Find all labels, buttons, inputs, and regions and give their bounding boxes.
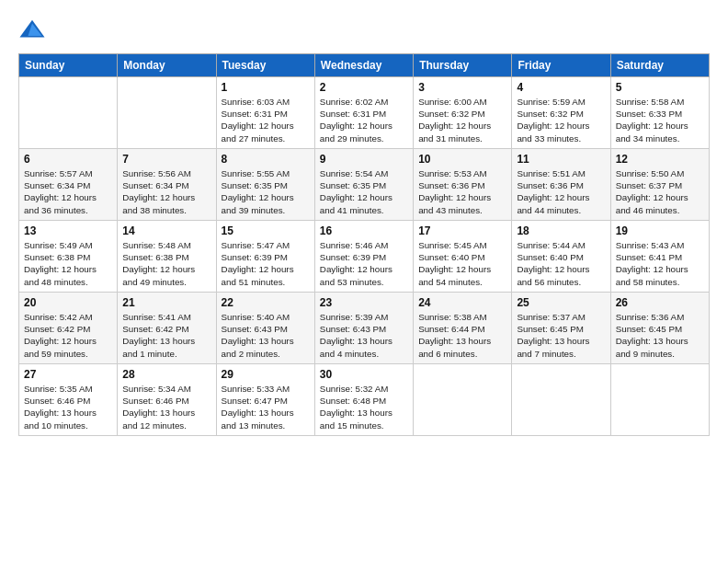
calendar-cell: 18Sunrise: 5:44 AM Sunset: 6:40 PM Dayli…	[512, 221, 610, 293]
day-info: Sunrise: 5:53 AM Sunset: 6:36 PM Dayligh…	[418, 167, 506, 216]
weekday-header-thursday: Thursday	[414, 54, 512, 77]
calendar-cell: 30Sunrise: 5:32 AM Sunset: 6:48 PM Dayli…	[314, 364, 413, 436]
day-info: Sunrise: 5:58 AM Sunset: 6:33 PM Dayligh…	[616, 96, 704, 144]
header	[18, 17, 710, 44]
week-row-1: 1Sunrise: 6:03 AM Sunset: 6:31 PM Daylig…	[19, 77, 710, 149]
day-number: 15	[222, 224, 310, 237]
day-info: Sunrise: 5:42 AM Sunset: 6:42 PM Dayligh…	[24, 311, 112, 360]
calendar-cell: 1Sunrise: 6:03 AM Sunset: 6:31 PM Daylig…	[216, 77, 314, 149]
week-row-5: 27Sunrise: 5:35 AM Sunset: 6:46 PM Dayli…	[19, 364, 710, 436]
day-info: Sunrise: 5:56 AM Sunset: 6:34 PM Dayligh…	[122, 167, 210, 216]
day-info: Sunrise: 6:00 AM Sunset: 6:32 PM Dayligh…	[418, 96, 506, 144]
calendar-cell: 27Sunrise: 5:35 AM Sunset: 6:46 PM Dayli…	[19, 364, 118, 436]
day-info: Sunrise: 5:55 AM Sunset: 6:35 PM Dayligh…	[222, 167, 310, 216]
calendar-cell	[19, 77, 118, 149]
day-number: 18	[517, 224, 605, 237]
day-info: Sunrise: 5:47 AM Sunset: 6:39 PM Dayligh…	[222, 239, 310, 288]
logo-icon	[18, 17, 46, 44]
day-number: 29	[222, 368, 310, 381]
day-number: 28	[122, 368, 210, 381]
day-number: 25	[517, 296, 605, 309]
weekday-header-tuesday: Tuesday	[216, 54, 314, 77]
calendar-cell: 12Sunrise: 5:50 AM Sunset: 6:37 PM Dayli…	[610, 149, 709, 221]
day-number: 11	[517, 153, 605, 166]
calendar-cell: 22Sunrise: 5:40 AM Sunset: 6:43 PM Dayli…	[216, 293, 314, 364]
day-number: 20	[24, 296, 112, 309]
calendar-cell: 16Sunrise: 5:46 AM Sunset: 6:39 PM Dayli…	[314, 221, 413, 293]
day-info: Sunrise: 5:41 AM Sunset: 6:42 PM Dayligh…	[122, 311, 210, 360]
day-info: Sunrise: 5:51 AM Sunset: 6:36 PM Dayligh…	[517, 167, 605, 216]
day-info: Sunrise: 5:57 AM Sunset: 6:34 PM Dayligh…	[24, 167, 112, 216]
calendar-cell	[414, 364, 512, 436]
calendar-cell: 20Sunrise: 5:42 AM Sunset: 6:42 PM Dayli…	[19, 293, 118, 364]
day-info: Sunrise: 5:32 AM Sunset: 6:48 PM Dayligh…	[320, 383, 408, 431]
calendar-cell: 29Sunrise: 5:33 AM Sunset: 6:47 PM Dayli…	[216, 364, 314, 436]
day-info: Sunrise: 5:33 AM Sunset: 6:47 PM Dayligh…	[222, 383, 310, 431]
day-number: 17	[418, 224, 506, 237]
calendar-cell: 17Sunrise: 5:45 AM Sunset: 6:40 PM Dayli…	[414, 221, 512, 293]
week-row-4: 20Sunrise: 5:42 AM Sunset: 6:42 PM Dayli…	[19, 293, 710, 364]
day-number: 1	[222, 81, 310, 94]
calendar-cell	[118, 77, 216, 149]
day-number: 22	[222, 296, 310, 309]
day-number: 12	[616, 153, 704, 166]
calendar-cell: 4Sunrise: 5:59 AM Sunset: 6:32 PM Daylig…	[512, 77, 610, 149]
calendar-cell: 28Sunrise: 5:34 AM Sunset: 6:46 PM Dayli…	[118, 364, 216, 436]
calendar-cell: 6Sunrise: 5:57 AM Sunset: 6:34 PM Daylig…	[19, 149, 118, 221]
day-info: Sunrise: 5:35 AM Sunset: 6:46 PM Dayligh…	[24, 383, 112, 431]
day-number: 3	[418, 81, 506, 94]
day-info: Sunrise: 5:37 AM Sunset: 6:45 PM Dayligh…	[517, 311, 605, 360]
day-number: 7	[122, 153, 210, 166]
day-info: Sunrise: 5:50 AM Sunset: 6:37 PM Dayligh…	[616, 167, 704, 216]
weekday-header-monday: Monday	[118, 54, 216, 77]
calendar-cell: 19Sunrise: 5:43 AM Sunset: 6:41 PM Dayli…	[610, 221, 709, 293]
day-info: Sunrise: 6:02 AM Sunset: 6:31 PM Dayligh…	[320, 96, 408, 144]
day-info: Sunrise: 6:03 AM Sunset: 6:31 PM Dayligh…	[222, 96, 310, 144]
calendar-cell: 14Sunrise: 5:48 AM Sunset: 6:38 PM Dayli…	[118, 221, 216, 293]
calendar-table: SundayMondayTuesdayWednesdayThursdayFrid…	[18, 53, 710, 436]
day-number: 4	[517, 81, 605, 94]
calendar-cell	[610, 364, 709, 436]
day-number: 13	[24, 224, 112, 237]
day-info: Sunrise: 5:45 AM Sunset: 6:40 PM Dayligh…	[418, 239, 506, 288]
day-info: Sunrise: 5:39 AM Sunset: 6:43 PM Dayligh…	[320, 311, 408, 360]
day-info: Sunrise: 5:34 AM Sunset: 6:46 PM Dayligh…	[122, 383, 210, 431]
calendar-cell: 15Sunrise: 5:47 AM Sunset: 6:39 PM Dayli…	[216, 221, 314, 293]
weekday-header-friday: Friday	[512, 54, 610, 77]
calendar-cell: 21Sunrise: 5:41 AM Sunset: 6:42 PM Dayli…	[118, 293, 216, 364]
weekday-header-saturday: Saturday	[610, 54, 709, 77]
calendar-cell: 8Sunrise: 5:55 AM Sunset: 6:35 PM Daylig…	[216, 149, 314, 221]
calendar-cell: 24Sunrise: 5:38 AM Sunset: 6:44 PM Dayli…	[414, 293, 512, 364]
day-info: Sunrise: 5:43 AM Sunset: 6:41 PM Dayligh…	[616, 239, 704, 288]
day-number: 23	[320, 296, 408, 309]
logo	[18, 17, 50, 44]
day-info: Sunrise: 5:48 AM Sunset: 6:38 PM Dayligh…	[122, 239, 210, 288]
day-info: Sunrise: 5:46 AM Sunset: 6:39 PM Dayligh…	[320, 239, 408, 288]
day-info: Sunrise: 5:36 AM Sunset: 6:45 PM Dayligh…	[616, 311, 704, 360]
day-number: 26	[616, 296, 704, 309]
day-number: 8	[222, 153, 310, 166]
calendar-cell: 7Sunrise: 5:56 AM Sunset: 6:34 PM Daylig…	[118, 149, 216, 221]
day-number: 19	[616, 224, 704, 237]
day-info: Sunrise: 5:38 AM Sunset: 6:44 PM Dayligh…	[418, 311, 506, 360]
day-number: 14	[122, 224, 210, 237]
day-number: 30	[320, 368, 408, 381]
week-row-3: 13Sunrise: 5:49 AM Sunset: 6:38 PM Dayli…	[19, 221, 710, 293]
week-row-2: 6Sunrise: 5:57 AM Sunset: 6:34 PM Daylig…	[19, 149, 710, 221]
day-number: 9	[320, 153, 408, 166]
day-number: 24	[418, 296, 506, 309]
day-info: Sunrise: 5:40 AM Sunset: 6:43 PM Dayligh…	[222, 311, 310, 360]
day-info: Sunrise: 5:44 AM Sunset: 6:40 PM Dayligh…	[517, 239, 605, 288]
calendar-cell: 2Sunrise: 6:02 AM Sunset: 6:31 PM Daylig…	[314, 77, 413, 149]
day-info: Sunrise: 5:54 AM Sunset: 6:35 PM Dayligh…	[320, 167, 408, 216]
calendar-cell: 5Sunrise: 5:58 AM Sunset: 6:33 PM Daylig…	[610, 77, 709, 149]
day-info: Sunrise: 5:49 AM Sunset: 6:38 PM Dayligh…	[24, 239, 112, 288]
day-number: 6	[24, 153, 112, 166]
calendar-cell: 25Sunrise: 5:37 AM Sunset: 6:45 PM Dayli…	[512, 293, 610, 364]
calendar-cell: 11Sunrise: 5:51 AM Sunset: 6:36 PM Dayli…	[512, 149, 610, 221]
day-info: Sunrise: 5:59 AM Sunset: 6:32 PM Dayligh…	[517, 96, 605, 144]
calendar-cell: 23Sunrise: 5:39 AM Sunset: 6:43 PM Dayli…	[314, 293, 413, 364]
page: SundayMondayTuesdayWednesdayThursdayFrid…	[0, 0, 728, 563]
day-number: 16	[320, 224, 408, 237]
day-number: 5	[616, 81, 704, 94]
